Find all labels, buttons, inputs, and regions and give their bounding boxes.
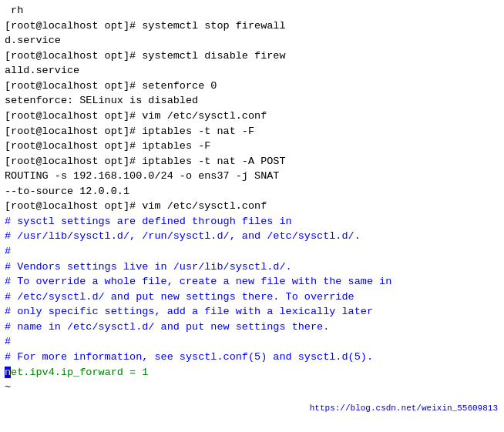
terminal-line: # For more information, see sysctl.conf(… — [5, 350, 499, 365]
terminal-line: net.ipv4.ip_forward = 1 — [5, 365, 499, 380]
terminal-line: [root@localhost opt]# iptables -F — [5, 139, 499, 154]
terminal-line: # /usr/lib/sysctl.d/, /run/sysctl.d/, an… — [5, 229, 499, 244]
terminal-window: rh[root@localhost opt]# systemctl stop f… — [0, 0, 504, 432]
watermark: https://blog.csdn.net/weixin_55609813 — [310, 403, 498, 415]
terminal-line: ~ — [5, 380, 499, 395]
terminal-line: # — [5, 334, 499, 350]
terminal-line: # only specific settings, add a file wit… — [5, 304, 499, 320]
terminal-line: [root@localhost opt]# vim /etc/sysctl.co… — [5, 109, 499, 124]
terminal-line: # sysctl settings are defined through fi… — [5, 214, 499, 229]
terminal-line: [root@localhost opt]# setenforce 0 — [5, 79, 499, 94]
terminal-line: [root@localhost opt]# iptables -t nat -A… — [5, 154, 499, 199]
terminal-line: [root@localhost opt]# vim /etc/sysctl.co… — [5, 199, 499, 214]
terminal-line: [root@localhost opt]# systemctl disable … — [5, 49, 499, 79]
terminal-line: rh — [5, 3, 499, 18]
terminal-line: [root@localhost opt]# iptables -t nat -F — [5, 124, 499, 139]
terminal-line: setenforce: SELinux is disabled — [5, 93, 499, 109]
terminal-line: # /etc/sysctl.d/ and put new settings th… — [5, 290, 499, 305]
terminal-line: # Vendors settings live in /usr/lib/sysc… — [5, 260, 499, 275]
terminal-line: [root@localhost opt]# systemctl stop fir… — [5, 18, 499, 49]
terminal-line: # To override a whole file, create a new… — [5, 274, 499, 290]
terminal-line: # — [5, 244, 499, 260]
terminal-line: # name in /etc/sysctl.d/ and put new set… — [5, 320, 499, 335]
